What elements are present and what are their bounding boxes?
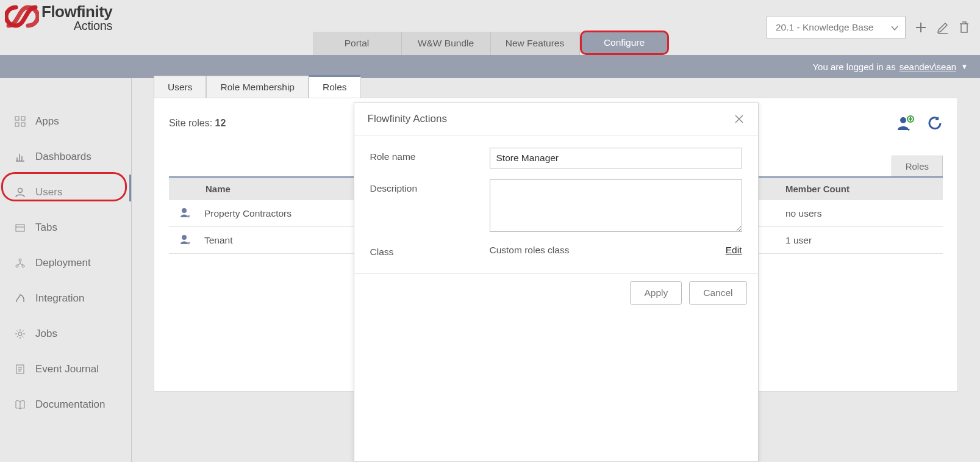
logo-subtitle: Actions	[74, 19, 113, 33]
cell-count: no users	[778, 202, 943, 225]
login-user[interactable]: seandev\sean	[900, 62, 956, 72]
integration-icon	[15, 293, 27, 304]
sidebar-item-users[interactable]: Users	[0, 175, 131, 210]
sidebar-active-indicator	[129, 175, 131, 201]
svg-rect-3	[21, 123, 25, 126]
svg-point-6	[19, 259, 21, 261]
add-icon[interactable]	[914, 21, 928, 34]
sidebar-item-label: Tabs	[35, 222, 57, 234]
site-roles-label: Site roles:	[169, 118, 212, 128]
sidebar-item-deployment[interactable]: Deployment	[0, 245, 131, 281]
svg-point-14	[182, 235, 187, 240]
cell-count: 1 user	[778, 229, 943, 252]
bar-chart-icon	[15, 151, 27, 162]
role-name-label: Role name	[370, 148, 490, 162]
login-prefix: You are logged in as	[812, 62, 895, 72]
body: Apps Dashboards Users Tabs Deployment In…	[0, 78, 980, 462]
sidebar-item-label: Jobs	[35, 328, 57, 340]
sidebar-item-label: Apps	[35, 115, 59, 128]
sidebar-item-apps[interactable]: Apps	[0, 104, 131, 139]
version-select[interactable]: 20.1 - Knowledge Base	[767, 16, 906, 39]
flowfinity-logo-icon	[5, 4, 39, 29]
sidebar-item-integration[interactable]: Integration	[0, 281, 131, 316]
svg-rect-2	[15, 123, 19, 126]
class-label: Class	[370, 243, 490, 258]
sidebar-item-jobs[interactable]: Jobs	[0, 316, 131, 352]
edit-class-link[interactable]: Edit	[726, 245, 742, 256]
login-bar: You are logged in as seandev\sean ▼	[0, 55, 980, 78]
svg-point-11	[900, 117, 906, 123]
apps-icon	[15, 116, 27, 127]
sidebar-item-label: Event Journal	[35, 363, 99, 375]
refresh-icon[interactable]	[927, 115, 943, 131]
ptab-users[interactable]: Users	[154, 76, 206, 98]
add-user-icon[interactable]	[896, 115, 915, 131]
description-input[interactable]	[490, 179, 742, 232]
sidebar-item-event-journal[interactable]: Event Journal	[0, 352, 131, 387]
chevron-down-icon	[890, 24, 899, 32]
modal: Flowfinity Actions Role name Description…	[354, 103, 759, 462]
role-name-input[interactable]	[490, 148, 742, 168]
ptab-role-membership[interactable]: Role Membership	[206, 76, 308, 98]
gear-icon	[15, 328, 27, 339]
delete-icon[interactable]	[958, 21, 970, 34]
role-icon	[180, 207, 195, 220]
site-roles-count: 12	[215, 118, 226, 128]
edit-icon[interactable]	[936, 21, 950, 34]
main-tabs: Portal W&W Bundle New Features Configure	[313, 32, 668, 55]
modal-footer: Apply Cancel	[354, 273, 758, 312]
book-icon	[15, 399, 27, 410]
user-icon	[15, 187, 27, 198]
version-value: 20.1 - Knowledge Base	[776, 22, 873, 33]
header: Flowfinity Actions Portal W&W Bundle New…	[0, 0, 980, 55]
modal-body: Role name Description Class Custom roles…	[354, 135, 758, 273]
close-icon[interactable]	[734, 114, 745, 125]
tab-portal[interactable]: Portal	[313, 32, 402, 55]
deployment-icon	[15, 258, 27, 269]
logo: Flowfinity Actions	[5, 4, 112, 33]
site-roles-text: Site roles: 12	[169, 118, 226, 129]
svg-point-13	[182, 208, 187, 213]
header-controls: 20.1 - Knowledge Base	[767, 16, 970, 39]
modal-header: Flowfinity Actions	[354, 103, 758, 135]
sidebar-item-dashboards[interactable]: Dashboards	[0, 139, 131, 175]
filter-tab-roles[interactable]: Roles	[892, 156, 943, 176]
svg-point-7	[16, 265, 18, 267]
svg-rect-5	[16, 225, 24, 231]
journal-icon	[15, 364, 27, 375]
cancel-button[interactable]: Cancel	[689, 281, 746, 305]
tab-configure[interactable]: Configure	[580, 31, 669, 55]
svg-point-8	[22, 265, 24, 267]
main-content: Users Role Membership Roles Site roles: …	[132, 78, 980, 462]
svg-rect-0	[15, 117, 19, 120]
chevron-down-icon[interactable]: ▼	[961, 63, 968, 70]
ptab-roles[interactable]: Roles	[309, 75, 361, 98]
tab-new-features[interactable]: New Features	[491, 32, 580, 55]
sidebar-item-label: Dashboards	[35, 151, 91, 163]
sidebar-item-label: Users	[35, 186, 62, 198]
role-icon	[180, 234, 195, 247]
modal-title: Flowfinity Actions	[368, 113, 447, 125]
class-value: Custom roles class	[490, 245, 726, 256]
sidebar-item-label: Deployment	[35, 257, 91, 269]
sidebar-item-documentation[interactable]: Documentation	[0, 387, 131, 422]
tabs-icon	[15, 222, 27, 233]
col-member-count[interactable]: Member Count	[778, 178, 943, 200]
sidebar: Apps Dashboards Users Tabs Deployment In…	[0, 78, 132, 462]
svg-point-9	[18, 332, 22, 336]
sidebar-item-tabs[interactable]: Tabs	[0, 210, 131, 245]
sidebar-item-label: Documentation	[35, 399, 105, 411]
description-label: Description	[370, 179, 490, 194]
svg-rect-1	[21, 117, 25, 120]
tab-ww-bundle[interactable]: W&W Bundle	[402, 32, 491, 55]
sidebar-item-label: Integration	[35, 292, 84, 305]
svg-point-4	[18, 189, 23, 193]
apply-button[interactable]: Apply	[630, 281, 682, 305]
panel-tabs: Users Role Membership Roles	[154, 76, 958, 98]
